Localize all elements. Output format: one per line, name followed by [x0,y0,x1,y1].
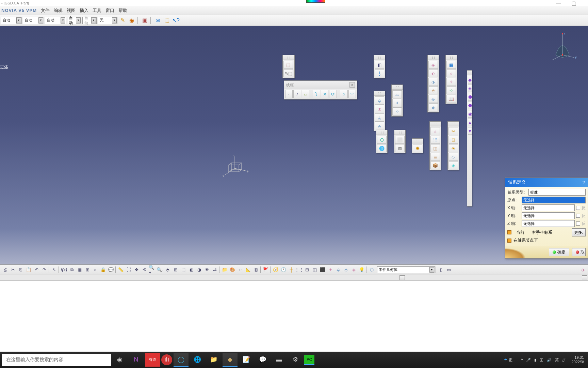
package-icon[interactable]: 📦 [430,161,440,169]
comment-icon[interactable]: 💬 [107,266,115,274]
work-support-icon[interactable]: ◫ [311,266,318,274]
scroll-right-button[interactable] [582,275,587,280]
task-settings-icon[interactable]: ⚙ [288,353,303,367]
apply-material-icon[interactable]: 🎨 [229,266,236,274]
check-icon[interactable]: ⊡ [448,136,458,144]
fit-all-icon[interactable]: ⛶ [125,266,132,274]
undo-icon[interactable]: ↶ [33,266,40,274]
sketch-icon[interactable]: ⬚ [163,16,171,25]
task-onenote-icon[interactable]: N [129,353,144,367]
windows-search-input[interactable]: 在这里输入你要搜索的内容 [2,354,111,366]
grid-icon[interactable]: ⁝⁝⁝ [430,136,440,144]
tray-chevron-icon[interactable]: ^ [521,358,523,362]
shading-icon[interactable]: ◐ [187,266,195,274]
op-icon[interactable]: ⬖ [428,69,438,77]
floating-toolbar-4[interactable]: ⌓ ✦ ✧ [391,85,403,117]
floating-toolbar-8[interactable]: ⬜ ⊠ [394,130,406,153]
axis-type-input[interactable]: 标准 [528,189,586,196]
redo-icon[interactable]: ↷ [40,266,48,274]
tool-icon[interactable]: ⬢ [468,93,472,101]
blend-icon[interactable]: ⌓ [392,90,402,98]
floating-toolbar-3[interactable]: ⬙ ⧗ ◬ ⬘ [374,91,385,131]
sketch-tool-icon[interactable]: ⬚ [283,61,293,69]
3d-viewport[interactable]: 可体 z y x z y ⬚ ✎⬚ 线框 × [0,26,588,264]
surf2-icon[interactable]: ⬘ [342,266,350,274]
catalog-icon[interactable]: 📁 [221,266,228,274]
task-assistant-icon[interactable]: ◉ [112,353,127,367]
multi-view-icon[interactable]: ⊞ [172,266,179,274]
origin-input[interactable]: 无选择 [522,197,586,203]
law-icon[interactable]: ⟐ [92,266,99,274]
task-app-icon[interactable]: ılı [161,354,172,365]
measure-between-icon[interactable]: ↔ [236,266,244,274]
current-body-combo[interactable]: 零件几何体 ▼ [377,266,435,273]
tray-clock[interactable]: 19:31 2022/3/ [569,355,586,364]
ok-button[interactable]: 确定 [549,248,569,256]
hexagon-icon[interactable]: ⬡ [368,266,375,274]
toolbar-grip[interactable] [394,130,405,135]
toolbar-grip[interactable] [412,139,423,143]
dropdown-2[interactable]: 自动▼ [45,17,66,24]
fill-icon[interactable]: ◬ [375,113,384,122]
measure-icon[interactable]: 📏 [117,266,125,274]
cube-icon[interactable]: ⬛ [319,266,326,274]
menu-window[interactable]: 窗口 [105,7,114,14]
task-youdao-icon[interactable]: 有道 [145,353,160,367]
cube-icon[interactable]: ⬜ [395,136,405,144]
window-maximize-button[interactable]: ▢ [571,0,576,6]
envelope-icon[interactable]: ✉ [153,16,162,25]
floating-toolbar-2[interactable]: ◧ ⟆ [374,55,385,78]
dropdown-1[interactable]: 自动▼ [23,17,44,24]
help-arrow-icon[interactable]: ↖? [172,16,180,25]
grid-icon[interactable]: ▦ [446,61,456,69]
measure-icon[interactable]: ◇ [448,153,458,161]
under-node-checkbox[interactable] [507,239,511,243]
transform-icon[interactable]: ⟡ [446,78,456,86]
shading2-icon[interactable]: ◑ [195,266,203,274]
clock-icon[interactable]: 🕐 [280,266,287,274]
select-icon[interactable]: ↖ [50,266,58,274]
spline-icon[interactable]: 〰 [348,90,356,98]
more-button[interactable]: 更多. [572,228,586,236]
normal-view-icon[interactable]: ⬘ [164,266,172,274]
wireframe-toolbar-header[interactable]: 线框 × [284,81,357,89]
shape-icon[interactable]: ✦ [392,99,402,107]
compass-icon[interactable]: 🧭 [272,266,279,274]
task-notepad-icon[interactable]: 📝 [239,353,254,367]
surf3-icon[interactable]: ◈ [350,266,358,274]
toolbar-grip[interactable] [374,55,385,60]
brush-icon[interactable]: ✎ [118,16,127,25]
iso-view-icon[interactable]: ⬚ [180,266,187,274]
hide-show-icon[interactable]: 👁 [203,266,211,274]
surface-icon[interactable]: ⬙ [375,96,384,105]
circle-icon[interactable]: ○ [340,90,347,98]
rotate-icon[interactable]: ⟲ [141,266,148,274]
task-explorer-icon[interactable]: 📁 [206,353,221,367]
toolbar-grip[interactable] [392,85,403,90]
tool-icon[interactable]: ◆ [468,76,472,83]
y-reverse-checkbox[interactable] [576,214,580,218]
floating-toolbar-9[interactable]: ✺ [412,138,423,153]
cube-x-icon[interactable]: ⊠ [395,144,405,152]
lock-icon[interactable]: 🔒 [99,266,107,274]
axis-icon[interactable]: ┼ [288,266,295,274]
menu-edit[interactable]: 编辑 [54,7,63,14]
transform-icon[interactable]: ⟐ [446,69,456,77]
tray-ime2[interactable]: 拼 [562,357,566,363]
toolbar-grip[interactable] [283,55,294,60]
table-icon[interactable]: ⊞ [84,266,91,274]
link-icon[interactable]: ⧉ [68,266,76,274]
line-icon[interactable]: / [293,90,301,98]
globe-icon[interactable]: 🌐 [377,144,387,152]
render-icon[interactable]: ⬗ [579,266,587,274]
view-mode-icon[interactable]: ▯ [437,266,445,274]
shape2-icon[interactable]: ✧ [392,107,402,116]
tool-icon[interactable]: ⬣ [468,102,472,109]
close-icon[interactable]: × [349,82,355,88]
grid-snap-icon[interactable]: ⋮⋮ [295,266,303,274]
trim-icon[interactable]: ✂ [448,127,458,135]
menu-file[interactable]: 文件 [41,7,50,14]
offset-curve-icon[interactable]: ⟳ [329,90,337,98]
floating-toolbar-10[interactable]: ⟑ ⁝⁝⁝ ◫ ≣ 📦 [429,121,441,170]
loft-icon[interactable]: ⬘ [375,122,384,130]
